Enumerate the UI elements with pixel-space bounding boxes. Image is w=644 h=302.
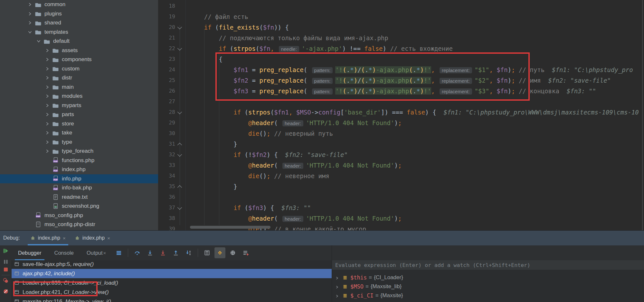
code-line-33[interactable]: 33 @header( header:'HTTP/1.0 404 Not Fou… bbox=[158, 160, 644, 170]
tree-item-plugins[interactable]: plugins bbox=[0, 9, 158, 19]
chevron-right-icon[interactable] bbox=[45, 48, 52, 53]
chevron-down-icon[interactable] bbox=[27, 30, 35, 35]
line-number[interactable]: 24 bbox=[158, 67, 175, 73]
debug-session-tab-2[interactable]: index.php× bbox=[70, 231, 115, 245]
line-number[interactable]: 23 bbox=[158, 56, 175, 62]
chevron-right-icon[interactable] bbox=[27, 2, 35, 7]
chevron-right-icon[interactable] bbox=[45, 130, 52, 135]
line-number[interactable]: 20 bbox=[158, 24, 175, 30]
code-line-37[interactable]: 37 if ($fn3) { $fn3: "" bbox=[158, 202, 644, 213]
line-number[interactable]: 36 bbox=[158, 194, 175, 200]
line-number[interactable]: 27 bbox=[158, 98, 175, 105]
tree-item-parts[interactable]: parts bbox=[0, 110, 158, 119]
chevron-down-icon[interactable] bbox=[36, 39, 44, 44]
frame-row-1[interactable]: save-file-ajax.php:5, require() bbox=[12, 260, 332, 269]
show-execution-point-button[interactable]: C bbox=[214, 247, 225, 258]
fold-end-icon[interactable] bbox=[177, 143, 182, 147]
code-line-38[interactable]: 38 @header( header:'HTTP/1.0 404 Not Fou… bbox=[158, 213, 644, 224]
line-number[interactable]: 31 bbox=[158, 141, 175, 147]
horizontal-scrollbar[interactable] bbox=[190, 226, 270, 229]
fold-collapse-icon[interactable] bbox=[177, 46, 182, 50]
step-out-button[interactable] bbox=[170, 247, 181, 258]
tree-item-main[interactable]: main bbox=[0, 83, 158, 92]
mute-breakpoints-button[interactable] bbox=[3, 288, 9, 294]
code-line-31[interactable]: 31 } bbox=[158, 139, 644, 149]
tree-item-type[interactable]: type bbox=[0, 138, 158, 147]
evaluate-expression-input[interactable]: Evaluate expression (Enter) or add a wat… bbox=[332, 260, 644, 270]
tree-item-modules[interactable]: modules bbox=[0, 92, 158, 101]
chevron-right-icon[interactable] bbox=[45, 112, 52, 117]
chevron-right-icon[interactable] bbox=[45, 94, 52, 99]
line-number[interactable]: 28 bbox=[158, 109, 175, 115]
frame-row-2[interactable]: ajax.php:42, include() bbox=[12, 269, 332, 278]
tab-console[interactable]: Console bbox=[52, 245, 76, 260]
code-line-25[interactable]: 25 $fn2 = preg_replace( pattern:'!(.*)/(… bbox=[158, 75, 644, 86]
line-number[interactable]: 29 bbox=[158, 120, 175, 126]
frame-row-4[interactable]: Loader.php:421, CI_Loader->view() bbox=[12, 288, 332, 297]
tree-item-myparts[interactable]: myparts bbox=[0, 101, 158, 110]
tree-item-type-foreach[interactable]: type_foreach bbox=[0, 147, 158, 156]
tree-item-index-php[interactable]: PHPindex.php bbox=[0, 165, 158, 174]
pause-button[interactable] bbox=[3, 259, 9, 265]
code-line-27[interactable]: 27 bbox=[158, 96, 644, 107]
code-line-32[interactable]: 32 if (!$fn2) { $fn2: "save-file" bbox=[158, 149, 644, 160]
code-line-35[interactable]: 35 } bbox=[158, 181, 644, 192]
chevron-right-icon[interactable] bbox=[45, 75, 52, 80]
tree-item-shared[interactable]: shared bbox=[0, 18, 158, 28]
tree-item-mso-config-php-distr[interactable]: mso_config.php-distr bbox=[0, 220, 158, 229]
tree-item-readme-txt[interactable]: readme.txt bbox=[0, 193, 158, 202]
chevron-right-icon[interactable] bbox=[27, 11, 35, 16]
line-number[interactable]: 35 bbox=[158, 183, 175, 189]
chevron-right-icon[interactable] bbox=[45, 121, 52, 126]
tree-item-mso-config-php[interactable]: PHPmso_config.php bbox=[0, 211, 158, 220]
run-to-cursor-button[interactable] bbox=[183, 247, 194, 258]
chevron-right-icon[interactable] bbox=[45, 149, 52, 154]
variable-row-2[interactable]: $MSO={Maxsite_lib} bbox=[332, 282, 644, 291]
tree-item-templates[interactable]: templates bbox=[0, 28, 158, 37]
threads-view-button[interactable] bbox=[227, 247, 238, 258]
line-number[interactable]: 19 bbox=[158, 14, 175, 20]
code-line-29[interactable]: 29 @header( header:'HTTP/1.0 404 Not Fou… bbox=[158, 117, 644, 128]
frame-row-5[interactable]: maxsite.php:116, Maxsite->_view_i() bbox=[12, 297, 332, 302]
resume-button[interactable] bbox=[3, 248, 9, 254]
variable-row-4[interactable]: $ bbox=[332, 300, 644, 302]
tree-item-store[interactable]: store bbox=[0, 119, 158, 129]
chevron-right-icon[interactable] bbox=[45, 140, 52, 145]
fold-end-icon[interactable] bbox=[177, 185, 182, 190]
expand-chevron-icon[interactable] bbox=[335, 285, 339, 288]
expand-chevron-icon[interactable] bbox=[335, 294, 339, 297]
chevron-right-icon[interactable] bbox=[45, 85, 52, 90]
code-line-26[interactable]: 26 $fn3 = preg_replace( pattern:'!(.*)/(… bbox=[158, 86, 644, 96]
line-number[interactable]: 26 bbox=[158, 88, 175, 94]
chevron-right-icon[interactable] bbox=[45, 103, 52, 108]
fold-collapse-icon[interactable] bbox=[177, 25, 182, 29]
view-breakpoints-button[interactable] bbox=[3, 278, 9, 283]
tree-item-custom[interactable]: custom bbox=[0, 64, 158, 74]
line-number[interactable]: 39 bbox=[158, 226, 175, 230]
layout-settings-button[interactable] bbox=[113, 247, 124, 258]
code-line-22[interactable]: 22 if (strpos($fn, needle:'-ajax.php') !… bbox=[158, 43, 644, 54]
code-line-20[interactable]: 20 if (file_exists($fn)) { bbox=[158, 22, 644, 32]
stop-button[interactable] bbox=[3, 267, 9, 272]
tree-item-screenshot-png[interactable]: screenshot.png bbox=[0, 202, 158, 211]
project-tree[interactable]: commonpluginssharedtemplatesdefaultasset… bbox=[0, 0, 158, 230]
code-line-36[interactable]: 36 bbox=[158, 192, 644, 202]
line-number[interactable]: 21 bbox=[158, 35, 175, 41]
step-into-button[interactable] bbox=[145, 247, 156, 258]
tab-output[interactable]: Output× bbox=[85, 245, 108, 260]
step-over-button[interactable] bbox=[132, 247, 143, 258]
variable-row-3[interactable]: $_ci_CI={Maxsite} bbox=[332, 291, 644, 300]
tree-item-components[interactable]: components bbox=[0, 55, 158, 64]
tree-item-take[interactable]: take bbox=[0, 128, 158, 138]
vertical-scrollbar[interactable] bbox=[642, 0, 643, 230]
tree-item-distr[interactable]: distr bbox=[0, 73, 158, 83]
line-number[interactable]: 38 bbox=[158, 215, 175, 221]
chevron-right-icon[interactable] bbox=[45, 66, 52, 71]
code-line-21[interactable]: 21 // подключаются только файлы вида имя… bbox=[158, 32, 644, 43]
expand-chevron-icon[interactable] bbox=[335, 276, 339, 279]
tree-item-info-php[interactable]: PHPinfo.php bbox=[0, 174, 158, 184]
chevron-right-icon[interactable] bbox=[27, 20, 35, 25]
add-watch-button[interactable] bbox=[240, 247, 251, 258]
line-number[interactable]: 30 bbox=[158, 130, 175, 136]
line-number[interactable]: 34 bbox=[158, 173, 175, 179]
